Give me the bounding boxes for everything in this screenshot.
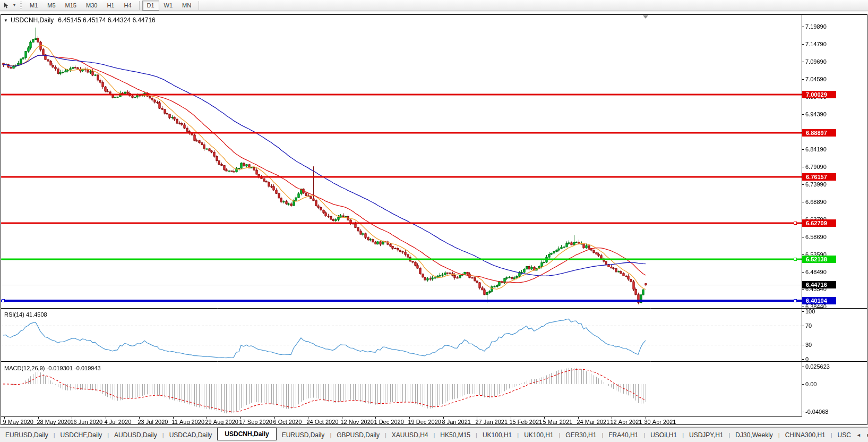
timeframe-button-w1[interactable]: W1 xyxy=(159,1,178,11)
toolbar-separator xyxy=(199,1,199,10)
chart-window: ▼ USDCNH,Daily 6.45145 6.45174 6.44324 6… xyxy=(0,12,868,426)
top-toolbar: ▾ M1M5M15M30H1H4D1W1MN xyxy=(0,0,868,11)
tool-dropdown-icon[interactable]: ▾ xyxy=(11,1,18,10)
macd-indicator-label: MACD(12,26,9) -0.019301 -0.019943 xyxy=(4,365,101,371)
rsi-indicator-label: RSI(14) 41.4508 xyxy=(4,311,47,318)
timeframe-button-m1[interactable]: M1 xyxy=(25,1,42,11)
timeframe-button-m5[interactable]: M5 xyxy=(42,1,60,11)
tab-eurusd-daily[interactable]: EURUSD,Daily xyxy=(0,429,54,441)
timeframe-button-m30[interactable]: M30 xyxy=(81,1,102,11)
timeframe-button-h4[interactable]: H4 xyxy=(119,1,136,11)
tab-dj30-weekly[interactable]: DJ30,Weekly xyxy=(730,429,778,441)
tab-fra40-h1[interactable]: FRA40,H1 xyxy=(603,429,643,441)
tab-ger30-h1[interactable]: GER30,H1 xyxy=(560,429,601,441)
tab-gbpusd-daily[interactable]: GBPUSD,Daily xyxy=(331,429,385,441)
chart-title: ▼ USDCNH,Daily 6.45145 6.45174 6.44324 6… xyxy=(4,16,156,24)
tab-xauusd-h4[interactable]: XAUUSD,H4 xyxy=(386,429,434,441)
tab-usc[interactable]: USC xyxy=(832,429,856,441)
tab-china300-h1[interactable]: CHINA300,H1 xyxy=(780,429,831,441)
chart-tabs: EURUSD,Daily|USDCHF,Daily|AUDUSD,Daily|U… xyxy=(0,429,856,441)
tab-audusd-daily[interactable]: AUDUSD,Daily xyxy=(109,429,162,441)
tab-usdjpy-h1[interactable]: USDJPY,H1 xyxy=(684,429,728,441)
toolbar-grip[interactable] xyxy=(20,2,22,10)
chart-ohlc-values: 6.45145 6.45174 6.44324 6.44716 xyxy=(58,16,156,24)
tab-usdcad-daily[interactable]: USDCAD,Daily xyxy=(164,429,218,441)
tab-scroll-controls: ◄ ► xyxy=(856,432,868,438)
price-chart-canvas[interactable] xyxy=(0,12,868,426)
pointer-tool-icon[interactable] xyxy=(2,1,11,10)
timeframe-button-d1[interactable]: D1 xyxy=(142,1,159,11)
tab-usdchf-daily[interactable]: USDCHF,Daily xyxy=(55,429,108,441)
timeframe-button-m15[interactable]: M15 xyxy=(61,1,81,11)
tab-usdcnh-daily[interactable]: USDCNH,Daily xyxy=(217,428,276,440)
tab-scroll-left-icon[interactable]: ◄ xyxy=(856,432,861,438)
tab-uk100-h1[interactable]: UK100,H1 xyxy=(477,429,517,441)
tab-usoil-h1[interactable]: USOil,H1 xyxy=(645,429,682,441)
timeframe-buttons: M1M5M15M30H1H4D1W1MN xyxy=(25,1,196,11)
chart-collapse-icon[interactable]: ▼ xyxy=(4,18,8,23)
timeframe-button-h1[interactable]: H1 xyxy=(102,1,119,11)
tab-hk50-m15[interactable]: HK50,M15 xyxy=(435,429,476,441)
tab-eurusd-daily[interactable]: EURUSD,Daily xyxy=(277,429,330,441)
timeframe-button-mn[interactable]: MN xyxy=(177,1,196,11)
toolbar-separator xyxy=(139,1,140,10)
chart-symbol-label: USDCNH,Daily xyxy=(11,16,54,24)
tab-uk100-h1[interactable]: UK100,H1 xyxy=(519,429,558,441)
chart-tab-bar: EURUSD,Daily|USDCHF,Daily|AUDUSD,Daily|U… xyxy=(0,427,868,442)
